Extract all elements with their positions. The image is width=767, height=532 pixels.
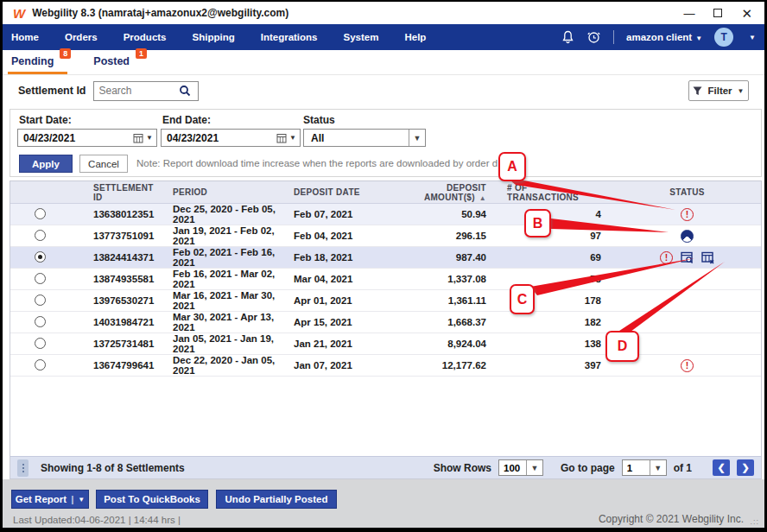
user-avatar[interactable]: T (714, 28, 733, 47)
calendar-icon[interactable] (276, 133, 287, 143)
resize-grip-icon[interactable]: .:: (750, 517, 759, 526)
table-row[interactable]: 13874935581Feb 16, 2021 - Mar 02, 2021Ma… (10, 269, 761, 290)
transactions-cell: 178 (498, 295, 613, 306)
settlement-id-cell: 13725731481 (86, 339, 166, 349)
cancel-button[interactable]: Cancel (79, 155, 128, 173)
post-to-quickbooks-button[interactable]: Post To QuickBooks (96, 490, 208, 509)
end-date-label: End Date: (162, 114, 211, 126)
close-icon[interactable]: ✕ (741, 7, 752, 20)
minimize-icon[interactable]: — (683, 8, 694, 19)
apply-button[interactable]: Apply (19, 155, 73, 173)
results-summary: Showing 1-8 of 8 Settlements (41, 462, 185, 474)
menu-item-integrations[interactable]: Integrations (261, 32, 318, 42)
avatar-chevron-down-icon[interactable]: ▼ (749, 34, 756, 41)
table-row[interactable]: 13773751091Jan 19, 2021 - Feb 02, 2021Fe… (10, 225, 761, 247)
row-radio[interactable] (35, 273, 46, 284)
deposit-date-cell: Jan 07, 2021 (287, 360, 380, 370)
status-select[interactable]: All ▼ (303, 129, 426, 147)
chevron-down-icon: ▼ (738, 87, 745, 95)
calendar-icon[interactable] (133, 133, 143, 143)
transactions-cell: 78 (498, 274, 613, 284)
table-row[interactable]: 13674799641Dec 22, 2020 - Jan 05, 2021Ja… (10, 355, 761, 377)
prev-page-button[interactable]: ❮ (713, 459, 730, 476)
menu-item-system[interactable]: System (344, 32, 379, 42)
table-empty-space (10, 377, 761, 456)
row-radio[interactable] (35, 208, 46, 219)
copyright-text: Copyright © 2021 Webgility Inc. (599, 513, 744, 525)
undo-partially-posted-button[interactable]: Undo Partially Posted (216, 490, 337, 509)
chevron-down-icon: ▼ (650, 460, 666, 475)
col-deposit-date[interactable]: DEPOSIT DATE (287, 187, 380, 197)
col-transactions[interactable]: # OF TRANSACTIONS (498, 183, 613, 202)
row-radio[interactable] (35, 338, 46, 349)
client-selector[interactable]: amazon client▼ (626, 32, 702, 42)
chevron-down-icon: ▼ (78, 496, 85, 504)
settlement-id-cell: 13638012351 (86, 209, 166, 219)
period-cell: Dec 22, 2020 - Jan 05, 2021 (166, 355, 287, 376)
row-radio[interactable] (35, 230, 46, 241)
row-radio[interactable] (35, 359, 46, 370)
menu-item-orders[interactable]: Orders (65, 32, 98, 42)
chevron-down-icon[interactable]: ▼ (289, 134, 296, 142)
col-period[interactable]: PERIOD (166, 187, 287, 197)
period-cell: Jan 05, 2021 - Jan 19, 2021 (166, 333, 287, 354)
view-report-icon[interactable] (681, 251, 694, 264)
col-deposit-amount[interactable]: DEPOSIT AMOUNT($)▲ (380, 183, 498, 202)
next-page-button[interactable]: ❯ (737, 459, 754, 476)
partially-posted-icon[interactable] (681, 230, 694, 243)
menu-item-help[interactable]: Help (404, 32, 426, 42)
status-cell: ! (613, 359, 761, 372)
search-icon[interactable] (179, 85, 191, 97)
grid-options-icon[interactable] (17, 459, 29, 477)
notifications-bell-icon[interactable] (561, 30, 574, 44)
chevron-down-icon[interactable]: ▼ (146, 134, 153, 142)
period-cell: Dec 25, 2020 - Feb 05, 2021 (166, 204, 287, 225)
menu-item-products[interactable]: Products (124, 32, 167, 42)
table-row[interactable]: 13976530271Mar 16, 2021 - Mar 30, 2021Ap… (10, 290, 761, 312)
table-row[interactable]: 14031984721Mar 30, 2021 - Apr 13, 2021Ap… (10, 312, 761, 333)
sort-asc-icon[interactable]: ▲ (479, 194, 486, 202)
maximize-icon[interactable] (713, 9, 722, 17)
table-row[interactable]: 13725731481Jan 05, 2021 - Jan 19, 2021Ja… (10, 333, 761, 355)
end-date-input[interactable]: 04/23/2021 ▼ (161, 129, 301, 147)
error-status-icon[interactable]: ! (660, 251, 673, 264)
filter-button[interactable]: Filter ▼ (688, 80, 749, 101)
remove-report-icon[interactable] (701, 251, 714, 264)
settlement-id-cell: 14031984721 (86, 317, 166, 327)
goto-page-label: Go to page (561, 462, 615, 474)
row-radio[interactable] (35, 316, 46, 327)
error-status-icon[interactable]: ! (681, 208, 694, 221)
deposit-date-cell: Jan 21, 2021 (287, 339, 380, 349)
settlement-id-cell: 13773751091 (86, 231, 166, 241)
goto-page-select[interactable]: 1 ▼ (622, 459, 667, 476)
pagination-bar: Showing 1-8 of 8 Settlements Show Rows 1… (10, 456, 761, 478)
period-cell: Jan 19, 2021 - Feb 02, 2021 (166, 225, 287, 246)
settlement-id-label: Settlement Id (18, 85, 86, 97)
start-date-input[interactable]: 04/23/2021 ▼ (17, 129, 157, 147)
settlement-search-box[interactable] (93, 81, 199, 101)
row-radio[interactable] (35, 294, 46, 306)
bottom-bar: Get Report | ▼ Post To QuickBooks Undo P… (3, 479, 764, 528)
search-input[interactable] (99, 85, 179, 97)
tab-strip: Pending 8 Posted 1 (3, 50, 764, 75)
status-cell: ! (613, 208, 761, 221)
tab-posted[interactable]: Posted 1 (93, 52, 133, 74)
deposit-date-cell: Feb 07, 2021 (287, 209, 380, 219)
table-row[interactable]: 13638012351Dec 25, 2020 - Feb 05, 2021Fe… (10, 204, 761, 225)
get-report-button[interactable]: Get Report | ▼ (11, 490, 89, 509)
show-rows-select[interactable]: 100 ▼ (498, 459, 543, 476)
tab-pending[interactable]: Pending 8 (11, 52, 57, 74)
deposit-date-cell: Apr 01, 2021 (287, 295, 380, 306)
menu-item-shipping[interactable]: Shipping (193, 32, 235, 42)
period-cell: Feb 02, 2021 - Feb 16, 2021 (166, 247, 287, 268)
table-row[interactable]: 13824414371Feb 02, 2021 - Feb 16, 2021Fe… (10, 247, 761, 269)
scheduler-clock-icon[interactable] (586, 30, 601, 44)
col-status[interactable]: STATUS (613, 187, 761, 197)
period-cell: Feb 16, 2021 - Mar 02, 2021 (166, 269, 287, 289)
row-radio[interactable] (35, 251, 46, 263)
col-settlement-id[interactable]: SETTLEMENT ID (86, 183, 166, 202)
error-status-icon[interactable]: ! (681, 359, 694, 372)
deposit-date-cell: Feb 04, 2021 (287, 231, 380, 241)
menu-item-home[interactable]: Home (11, 32, 39, 42)
settlement-id-cell: 13976530271 (86, 295, 166, 306)
